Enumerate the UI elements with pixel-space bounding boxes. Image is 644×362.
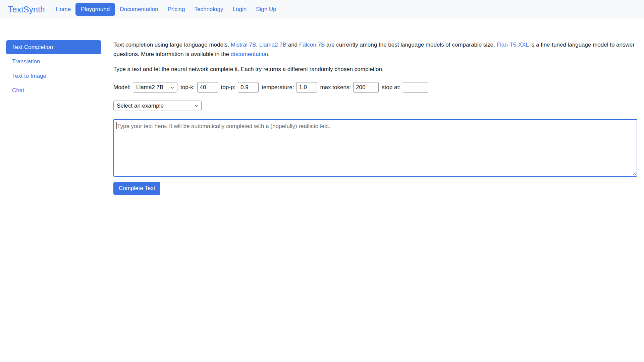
top-k-input[interactable]	[197, 82, 218, 93]
max-tokens-input[interactable]	[353, 82, 379, 93]
intro-text: are currently among the best language mo…	[325, 42, 496, 48]
chevron-down-icon	[195, 105, 199, 107]
sidebar: Text Completion Translation Text to Imag…	[6, 40, 101, 98]
sidebar-item-text-to-image[interactable]: Text to Image	[6, 69, 101, 83]
text-caret	[116, 122, 117, 129]
link-documentation[interactable]: documentation	[231, 51, 268, 57]
model-select-value: Llama2 7B	[136, 84, 163, 91]
top-p-input[interactable]	[238, 82, 259, 93]
parameter-controls: Model: Llama2 7B top-k: top-p: temperatu…	[113, 82, 637, 93]
example-select[interactable]: Select an example	[113, 101, 202, 111]
instructions-paragraph: Type a text and let the neural network c…	[113, 65, 637, 74]
model-label: Model:	[113, 84, 130, 91]
link-llama2-7b[interactable]: Llama2 7B	[259, 42, 286, 48]
stop-at-label: stop at:	[382, 84, 400, 91]
nav-item-playground[interactable]: Playground	[75, 3, 115, 16]
intro-text: .	[268, 51, 270, 57]
max-tokens-label: max tokens:	[320, 84, 351, 91]
link-flan-t5-xxl[interactable]: Flan-T5-XXL	[497, 42, 529, 48]
page-content: Text Completion Translation Text to Imag…	[0, 19, 644, 195]
intro-text: and	[286, 42, 299, 48]
link-mistral-7b[interactable]: Mistral 7B	[231, 42, 256, 48]
chevron-down-icon	[170, 86, 174, 89]
navbar: TextSynth Home Playground Documentation …	[0, 0, 644, 19]
main-panel: Text completion using large language mod…	[113, 40, 637, 195]
example-select-value: Select an example	[117, 103, 164, 109]
top-k-label: top-k:	[180, 84, 195, 91]
sidebar-item-text-completion[interactable]: Text Completion	[6, 40, 101, 54]
stop-at-input[interactable]	[403, 82, 428, 93]
intro-paragraph: Text completion using large language mod…	[113, 40, 637, 59]
intro-text: Text completion using large language mod…	[113, 42, 231, 48]
model-select[interactable]: Llama2 7B	[133, 82, 177, 93]
resize-handle-icon[interactable]	[632, 171, 636, 176]
intro-text: ,	[256, 42, 259, 48]
nav-item-signup[interactable]: Sign Up	[251, 3, 281, 16]
complete-text-button[interactable]: Complete Text	[113, 182, 160, 195]
temperature-label: temperature:	[262, 84, 294, 91]
temperature-input[interactable]	[296, 82, 317, 93]
prompt-editor-wrapper	[113, 119, 637, 177]
nav-item-login[interactable]: Login	[228, 3, 251, 16]
sidebar-item-translation[interactable]: Translation	[6, 55, 101, 69]
brand-logo[interactable]: TextSynth	[8, 5, 45, 14]
top-p-label: top-p:	[221, 84, 235, 91]
nav-item-pricing[interactable]: Pricing	[163, 3, 190, 16]
nav-item-documentation[interactable]: Documentation	[115, 3, 163, 16]
nav-item-technology[interactable]: Technology	[190, 3, 228, 16]
link-falcon-7b[interactable]: Falcon 7B	[299, 42, 325, 48]
sidebar-item-chat[interactable]: Chat	[6, 83, 101, 98]
prompt-textarea[interactable]	[113, 119, 637, 177]
nav-item-home[interactable]: Home	[51, 3, 75, 16]
